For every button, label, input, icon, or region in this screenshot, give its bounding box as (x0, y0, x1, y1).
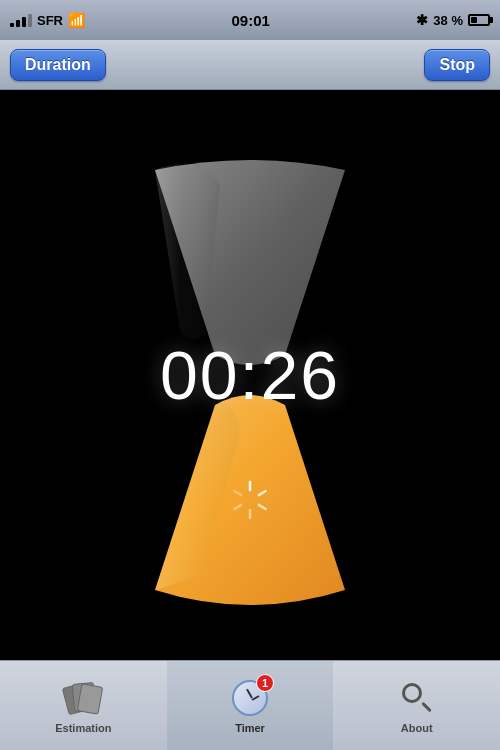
status-time: 09:01 (231, 12, 269, 29)
battery-percent: 38 % (433, 13, 463, 28)
svg-line-10 (234, 503, 241, 511)
estimation-icon-area (63, 678, 103, 718)
svg-line-7 (259, 489, 266, 497)
tab-timer[interactable]: 1 Timer (167, 661, 334, 750)
card-3 (77, 683, 104, 714)
wifi-icon: 📶 (68, 12, 85, 28)
stop-button[interactable]: Stop (424, 49, 490, 81)
duration-button[interactable]: Duration (10, 49, 106, 81)
svg-line-8 (259, 503, 266, 511)
hourglass: 00:26 (120, 135, 380, 615)
status-bar: SFR 📶 09:01 ✱ 38 % (0, 0, 500, 40)
timer-value: 00:26 (160, 337, 340, 413)
timer-label: Timer (235, 722, 265, 734)
carrier-label: SFR (37, 13, 63, 28)
cards-icon (65, 683, 101, 713)
search-handle (421, 701, 432, 712)
about-icon-area (397, 678, 437, 718)
about-label: About (401, 722, 433, 734)
signal-bars (10, 13, 32, 27)
tab-estimation[interactable]: Estimation (0, 661, 167, 750)
nav-bar: Duration Stop (0, 40, 500, 90)
status-right: ✱ 38 % (416, 12, 490, 28)
timer-badge: 1 (256, 674, 274, 692)
tab-bar: Estimation 1 Timer About (0, 660, 500, 750)
main-content: 00:26 (0, 90, 500, 660)
search-icon (402, 683, 432, 713)
tab-about[interactable]: About (333, 661, 500, 750)
timer-icon-area: 1 (230, 678, 270, 718)
spinner (225, 475, 275, 525)
svg-line-11 (234, 489, 241, 497)
bluetooth-icon: ✱ (416, 12, 428, 28)
estimation-label: Estimation (55, 722, 111, 734)
timer-display: 00:26 (160, 336, 340, 414)
battery-icon (468, 14, 490, 26)
status-left: SFR 📶 (10, 12, 85, 28)
search-circle (402, 683, 422, 703)
